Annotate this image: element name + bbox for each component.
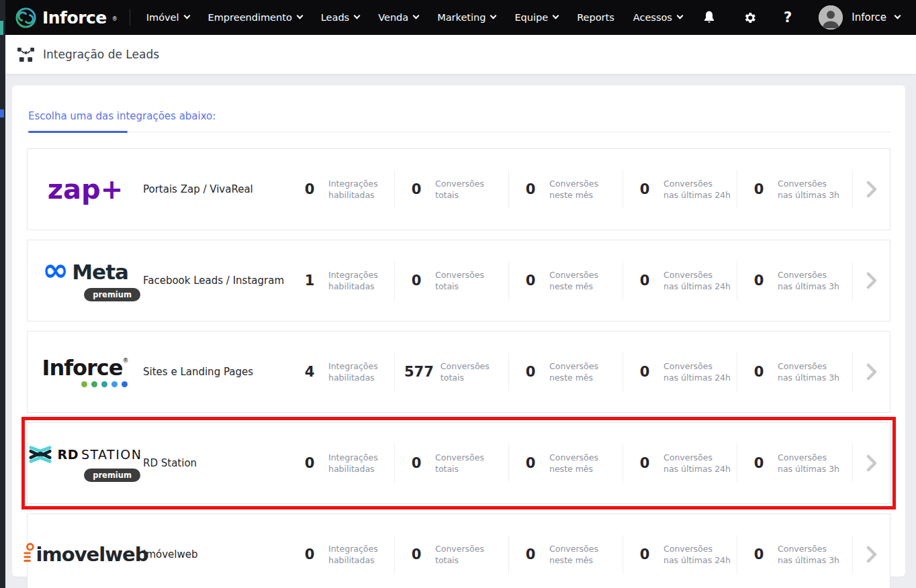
stat-label-line2: nas últimas 3h <box>778 373 839 383</box>
stat-label-line2: totais <box>441 373 464 383</box>
stat-label-line2: habilitadas <box>328 373 375 383</box>
stat-label-line1: Integrações <box>328 452 378 462</box>
stat-label: Conversõestotais <box>441 360 490 384</box>
stat-label-line2: totais <box>435 281 459 291</box>
nav-menu: Imóvel Empreendimento Leads Venda Market… <box>146 12 682 23</box>
stat-label: Integraçõeshabilitadas <box>328 178 378 201</box>
stat-label-line2: nas últimas 24h <box>663 464 731 474</box>
stat-label: Conversõesnas últimas 3h <box>778 543 839 567</box>
rd-logo-text-rest: STATION <box>81 447 142 462</box>
stat-value: 0 <box>747 364 771 380</box>
stat-label: Conversõesneste mês <box>549 360 598 384</box>
stat-value: 0 <box>404 546 428 562</box>
stat-value: 577 <box>404 364 434 380</box>
open-integration-arrow[interactable] <box>852 444 890 483</box>
premium-badge: premium <box>84 469 140 482</box>
help-icon[interactable]: ? <box>784 9 792 26</box>
stat-conversions-month: 0 Conversõesneste mês <box>508 352 623 391</box>
notifications-bell-icon[interactable] <box>702 10 716 25</box>
stat-label: Conversõesneste mês <box>549 178 598 201</box>
stat-value: 0 <box>747 455 771 471</box>
tab-choose-integration[interactable]: Escolha uma das integrações abaixo: <box>28 110 216 132</box>
stat-conversions-3h: 0 Conversõesnas últimas 3h <box>737 535 851 574</box>
stats-group: 0 Integraçõeshabilitadas 0 Conversõestot… <box>296 149 890 230</box>
stat-conversions-total: 0 Conversõestotais <box>394 170 508 209</box>
stat-label-line2: totais <box>435 190 459 200</box>
stat-conversions-total: 0 Conversõestotais <box>394 535 508 574</box>
stat-conversions-total: 577 Conversõestotais <box>394 352 508 391</box>
stat-integrations-enabled: 0 Integraçõeshabilitadas <box>296 444 394 483</box>
stat-integrations-enabled: 0 Integraçõeshabilitadas <box>296 535 394 574</box>
stat-label-line2: neste mês <box>549 464 593 474</box>
chevron-down-icon <box>296 13 303 19</box>
chevron-down-icon <box>183 13 190 19</box>
settings-gear-icon[interactable] <box>743 11 757 25</box>
nav-item-empreendimento[interactable]: Empreendimento <box>208 12 302 23</box>
account-name: Inforce <box>852 11 886 23</box>
stat-value: 0 <box>633 181 657 197</box>
stat-label: Conversõesnas últimas 24h <box>663 360 731 384</box>
stat-value: 0 <box>404 455 428 471</box>
stat-label: Conversõesnas últimas 24h <box>663 178 731 201</box>
stat-label-line1: Conversões <box>549 544 598 554</box>
nav-item-acessos[interactable]: Acessos <box>633 12 682 23</box>
open-integration-arrow[interactable] <box>852 352 890 391</box>
collapsed-sidebar-strip[interactable] <box>0 0 5 588</box>
stat-value: 0 <box>747 181 771 197</box>
stat-conversions-24h: 0 Conversõesnas últimas 24h <box>623 352 737 391</box>
stat-label-line2: nas últimas 3h <box>778 190 839 200</box>
integration-row-meta[interactable]: ∞ Meta premium Facebook Leads / Instagra… <box>27 240 890 322</box>
stat-label-line2: habilitadas <box>328 464 375 474</box>
open-integration-arrow[interactable] <box>852 261 890 300</box>
nav-item-equipe[interactable]: Equipe <box>514 12 558 23</box>
stat-label-line1: Conversões <box>778 361 827 371</box>
stat-label: Conversõesneste mês <box>549 269 598 293</box>
active-tab-indicator <box>28 131 128 134</box>
page-header: Integração de Leads <box>0 35 916 74</box>
chevron-down-icon <box>676 13 683 19</box>
stat-conversions-3h: 0 Conversõesnas últimas 3h <box>737 444 851 483</box>
stat-value: 0 <box>404 181 428 197</box>
open-integration-arrow[interactable] <box>852 170 890 209</box>
brand-name: Inforce <box>42 8 107 28</box>
open-integration-arrow[interactable] <box>852 535 890 574</box>
integration-row-inforce[interactable]: Inforce® Sites e Landing Pages 4 Integra… <box>27 331 890 413</box>
integration-name: Imóvelweb <box>143 548 296 560</box>
brand-logo[interactable]: Inforce ® <box>15 7 118 29</box>
chevron-down-icon <box>413 13 420 19</box>
chevron-down-icon <box>895 13 901 19</box>
nav-item-label: Equipe <box>514 12 548 23</box>
stat-label-line2: habilitadas <box>328 190 375 200</box>
stat-label: Conversõestotais <box>435 543 484 567</box>
nav-item-imovel[interactable]: Imóvel <box>146 12 189 23</box>
stat-label-line1: Integrações <box>328 544 378 554</box>
integration-row-zap[interactable]: zap+ Portais Zap / VivaReal 0 Integraçõe… <box>27 148 890 230</box>
rdstation-logo-zone: RDSTATION premium <box>28 444 143 482</box>
nav-item-reports[interactable]: Reports <box>577 12 614 23</box>
stat-value: 0 <box>518 455 543 471</box>
stat-integrations-enabled: 4 Integraçõeshabilitadas <box>296 352 394 391</box>
nav-item-venda[interactable]: Venda <box>378 12 418 23</box>
stat-value: 0 <box>747 273 771 289</box>
stat-label-line1: Conversões <box>778 544 827 554</box>
stat-conversions-24h: 0 Conversõesnas últimas 24h <box>623 444 737 483</box>
stat-label: Conversõesnas últimas 3h <box>778 269 839 293</box>
stat-value: 0 <box>518 546 543 562</box>
nav-item-leads[interactable]: Leads <box>321 12 359 23</box>
nav-item-marketing[interactable]: Marketing <box>437 12 496 23</box>
nav-item-label: Venda <box>378 12 408 23</box>
stat-value: 0 <box>297 455 322 471</box>
stat-value: 0 <box>633 364 657 380</box>
integration-row-rdstation-highlighted[interactable]: RDSTATION premium RD Station 0 Integraçõ… <box>27 422 890 504</box>
stat-label: Conversõesnas últimas 3h <box>778 452 839 475</box>
imovelweb-logo: imovelweb <box>23 542 148 567</box>
stat-label: Conversõesnas últimas 24h <box>663 452 731 475</box>
stat-label-line2: totais <box>435 555 459 565</box>
account-menu[interactable]: Inforce <box>819 5 900 30</box>
stat-label-line1: Conversões <box>663 179 713 189</box>
stat-label-line1: Conversões <box>663 270 713 280</box>
stat-label: Conversõesnas últimas 24h <box>663 269 731 293</box>
stat-label-line1: Integrações <box>328 361 378 371</box>
stat-label-line2: neste mês <box>549 373 593 383</box>
integration-row-imovelweb[interactable]: imovelweb Imóvelweb 0 Integraçõeshabilit… <box>27 513 890 588</box>
